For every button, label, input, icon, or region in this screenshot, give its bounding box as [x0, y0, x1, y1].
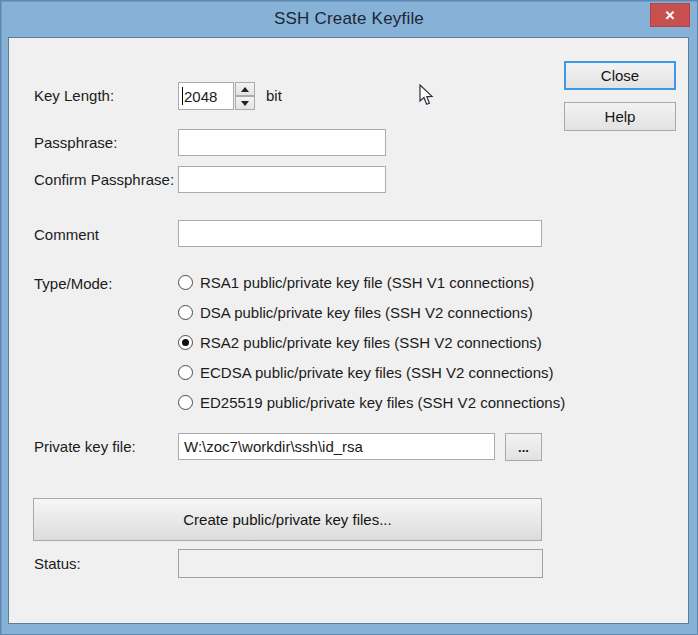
status-label: Status:	[34, 554, 81, 573]
close-button[interactable]: Close	[564, 61, 676, 90]
private-key-file-label: Private key file:	[34, 437, 136, 456]
confirm-passphrase-input[interactable]	[178, 166, 386, 193]
radio-rsa2-label: RSA2 public/private key files (SSH V2 co…	[200, 334, 542, 351]
type-mode-label: Type/Mode:	[34, 274, 112, 293]
radio-icon	[178, 305, 193, 320]
radio-icon	[178, 275, 193, 290]
window-title: SSH Create Keyfile	[274, 9, 424, 29]
ssh-create-keyfile-dialog: SSH Create Keyfile ✕ Key Length: 2048 bi…	[0, 0, 698, 635]
radio-ed25519[interactable]: ED25519 public/private key files (SSH V2…	[178, 393, 565, 412]
arrow-down-icon	[241, 101, 249, 106]
create-keyfiles-button[interactable]: Create public/private key files...	[33, 498, 542, 541]
confirm-passphrase-label: Confirm Passphrase:	[34, 170, 174, 189]
radio-dsa-label: DSA public/private key files (SSH V2 con…	[200, 304, 533, 321]
key-length-spinner	[235, 82, 255, 110]
radio-dsa[interactable]: DSA public/private key files (SSH V2 con…	[178, 303, 533, 322]
radio-icon	[178, 365, 193, 380]
radio-rsa1-label: RSA1 public/private key file (SSH V1 con…	[200, 274, 534, 291]
spinner-down-button[interactable]	[235, 96, 255, 110]
key-length-unit: bit	[266, 86, 282, 105]
private-key-file-input[interactable]	[178, 433, 495, 460]
radio-ed25519-label: ED25519 public/private key files (SSH V2…	[200, 394, 565, 411]
radio-icon	[178, 395, 193, 410]
status-field	[178, 549, 543, 578]
radio-rsa1[interactable]: RSA1 public/private key file (SSH V1 con…	[178, 273, 534, 292]
comment-input[interactable]	[178, 220, 542, 247]
browse-button[interactable]: ...	[505, 433, 542, 461]
passphrase-label: Passphrase:	[34, 133, 117, 152]
close-icon: ✕	[665, 8, 676, 23]
passphrase-input[interactable]	[178, 129, 386, 156]
radio-ecdsa-label: ECDSA public/private key files (SSH V2 c…	[200, 364, 554, 381]
key-length-value: 2048	[183, 88, 217, 105]
arrow-up-icon	[241, 87, 249, 92]
help-button[interactable]: Help	[564, 102, 676, 131]
radio-rsa2[interactable]: RSA2 public/private key files (SSH V2 co…	[178, 333, 542, 352]
key-length-input[interactable]: 2048	[178, 82, 234, 110]
dialog-body: Key Length: 2048 bit Close Help Passphra…	[8, 37, 689, 624]
titlebar[interactable]: SSH Create Keyfile ✕	[0, 0, 698, 37]
key-length-label: Key Length:	[34, 86, 114, 105]
comment-label: Comment	[34, 225, 99, 244]
radio-ecdsa[interactable]: ECDSA public/private key files (SSH V2 c…	[178, 363, 554, 382]
window-close-button[interactable]: ✕	[650, 3, 690, 27]
spinner-up-button[interactable]	[235, 82, 255, 96]
radio-icon	[178, 335, 193, 350]
